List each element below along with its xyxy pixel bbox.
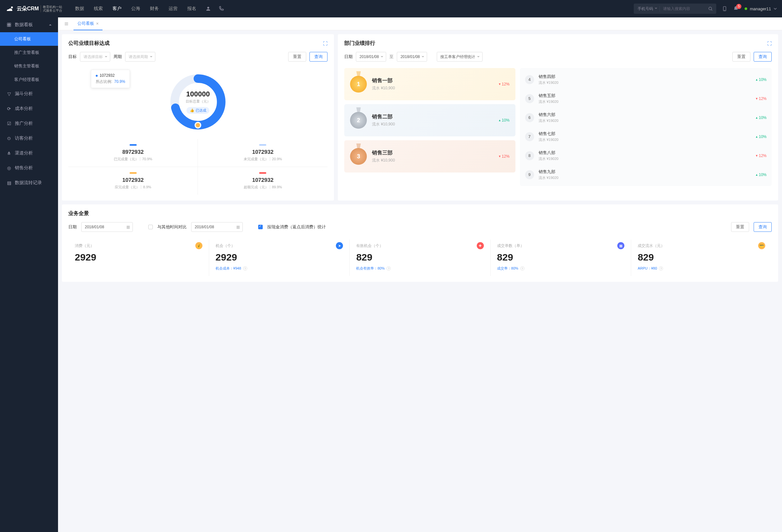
close-icon[interactable]: × bbox=[96, 21, 99, 26]
medal-icon: 1 bbox=[350, 76, 367, 93]
sidebar-item[interactable]: 销售主管看板 bbox=[0, 59, 58, 73]
cash-label: 按现金消费（返点后消费）统计 bbox=[267, 224, 326, 230]
metrics-grid: 8972932已完成量（元）70.9%1072932未完成量（元）20.9%10… bbox=[68, 139, 327, 195]
kpi-icon: ▦ bbox=[617, 242, 625, 249]
nav-item[interactable]: 财务 bbox=[150, 6, 159, 11]
nav-item[interactable]: 数据 bbox=[75, 6, 84, 11]
metric-item: 1072932应完成量（元）8.9% bbox=[68, 167, 198, 195]
rank-card: 2销售二部流水 ¥10,900▲ 10% bbox=[344, 104, 515, 136]
trend-indicator: ▲ 10% bbox=[498, 118, 510, 122]
achieved-badge: 👍 已达成 bbox=[187, 107, 210, 114]
metric-item: 8972932已完成量（元）70.9% bbox=[68, 139, 198, 167]
nav-item[interactable]: 公海 bbox=[131, 6, 140, 11]
sidebar-item[interactable]: ▤数据流转记录 bbox=[0, 175, 58, 190]
help-icon[interactable]: ? bbox=[659, 266, 663, 271]
query-button[interactable]: 查询 bbox=[310, 52, 327, 62]
period-select[interactable]: 请选择周期 bbox=[125, 52, 155, 62]
tab-company-dashboard[interactable]: 公司看板 × bbox=[73, 17, 103, 30]
collapse-sidebar-button[interactable] bbox=[61, 22, 72, 26]
kpi-icon: 💰 bbox=[196, 242, 203, 249]
svg-point-15 bbox=[196, 122, 201, 128]
svg-line-3 bbox=[711, 9, 712, 10]
menu-icon: ◎ bbox=[6, 166, 11, 171]
ranking-title: 部门业绩排行 bbox=[344, 40, 375, 47]
menu-icon: ▤ bbox=[6, 180, 11, 185]
rank-row: 9销售九部流水 ¥19020▲ 10% bbox=[520, 165, 772, 184]
trend-indicator: ▲ 10% bbox=[755, 173, 767, 177]
period-label: 周期 bbox=[113, 54, 122, 60]
reset-button[interactable]: 重置 bbox=[288, 52, 306, 62]
menu-icon: ⟳ bbox=[6, 106, 11, 111]
main-nav: 数据线索客户公海财务运营报名 bbox=[75, 6, 196, 11]
help-icon[interactable]: ? bbox=[243, 266, 247, 271]
notification-badge: 5 bbox=[736, 4, 741, 9]
expand-icon[interactable]: ⛶ bbox=[767, 41, 772, 46]
rank-row: 7销售七部流水 ¥19020▲ 10% bbox=[520, 127, 772, 146]
top-nav: 云朵CRM 教育机构一站 式服务云平台 数据线索客户公海财务运营报名 手机号码 … bbox=[0, 0, 782, 17]
search-input[interactable] bbox=[660, 6, 705, 11]
date-input-1[interactable]: 2018/01/08 bbox=[81, 222, 133, 232]
kpi-sub: 机会成本：¥948 ? bbox=[216, 266, 343, 271]
donut-value: 100000 bbox=[186, 90, 211, 98]
sidebar-item[interactable]: 公司看板 bbox=[0, 32, 58, 46]
cloud-logo-icon bbox=[5, 4, 15, 13]
user-icon[interactable] bbox=[205, 6, 211, 11]
nav-item[interactable]: 运营 bbox=[169, 6, 178, 11]
help-icon[interactable]: ? bbox=[387, 266, 391, 271]
trend-indicator: ▼ 12% bbox=[498, 82, 510, 86]
svg-rect-6 bbox=[7, 23, 9, 25]
logo-text: 云朵CRM bbox=[17, 5, 39, 12]
kpi-icon: ➤ bbox=[336, 242, 343, 249]
sidebar-item[interactable]: 客户经理看板 bbox=[0, 73, 58, 86]
search-box: 手机号码 bbox=[634, 4, 716, 14]
search-type-select[interactable]: 手机号码 bbox=[634, 6, 660, 11]
sidebar-item[interactable]: ☑推广分析 bbox=[0, 116, 58, 131]
query-button[interactable]: 查询 bbox=[754, 52, 772, 62]
search-button[interactable] bbox=[705, 6, 716, 11]
reset-button[interactable]: 重置 bbox=[732, 52, 750, 62]
username: manager11 bbox=[750, 6, 771, 11]
reset-button[interactable]: 重置 bbox=[731, 222, 749, 232]
phone-icon[interactable] bbox=[218, 6, 224, 11]
overview-title: 业务全景 bbox=[68, 210, 89, 217]
sidebar-group-dashboards[interactable]: 数据看板 bbox=[0, 17, 58, 32]
sidebar-item[interactable]: 推广主管看板 bbox=[0, 46, 58, 59]
cash-checkbox[interactable] bbox=[258, 225, 263, 229]
sidebar-item[interactable]: ▽漏斗分析 bbox=[0, 86, 58, 101]
compare-label: 与其他时间对比 bbox=[157, 224, 187, 230]
notification-icon[interactable]: 5 bbox=[733, 6, 739, 11]
compare-checkbox[interactable] bbox=[148, 225, 153, 229]
date-input-2[interactable]: 2018/01/08 bbox=[191, 222, 243, 232]
medal-icon: 2 bbox=[350, 112, 367, 129]
rank-number: 5 bbox=[525, 94, 534, 103]
expand-icon[interactable]: ⛶ bbox=[323, 41, 327, 46]
date-label: 日期 bbox=[68, 224, 77, 230]
sidebar-item[interactable]: ⟳成本分析 bbox=[0, 101, 58, 116]
kpi-item: 有效机会（个）✚829机会有效率：80% ? bbox=[350, 240, 491, 276]
help-icon[interactable]: ? bbox=[520, 266, 525, 271]
metric-item: 1072932超额完成（元）89.9% bbox=[198, 167, 327, 195]
kpi-sub: 成交率：80% ? bbox=[497, 266, 625, 271]
rank-row: 5销售五部流水 ¥19020▼ 12% bbox=[520, 89, 772, 108]
nav-item[interactable]: 线索 bbox=[94, 6, 103, 11]
nav-item[interactable]: 客户 bbox=[112, 6, 121, 11]
nav-item[interactable]: 报名 bbox=[187, 6, 196, 11]
user-menu[interactable]: manager11 bbox=[745, 6, 777, 11]
sidebar-item[interactable]: ⊙访客分析 bbox=[0, 131, 58, 146]
query-button[interactable]: 查询 bbox=[754, 222, 772, 232]
trend-indicator: ▼ 12% bbox=[755, 96, 767, 101]
target-select[interactable]: 请选择目标 bbox=[80, 52, 110, 62]
sidebar-item[interactable]: ⋔渠道分析 bbox=[0, 146, 58, 161]
sidebar-item[interactable]: ◎销售分析 bbox=[0, 161, 58, 175]
stat-by-select[interactable]: 按工单客户经理统计 bbox=[437, 52, 483, 62]
rank-number: 6 bbox=[525, 113, 534, 122]
mobile-icon[interactable] bbox=[722, 5, 727, 12]
rank-number: 4 bbox=[525, 75, 534, 84]
target-label: 目标 bbox=[68, 54, 77, 60]
svg-rect-8 bbox=[7, 25, 9, 27]
dashboard-icon bbox=[6, 22, 11, 27]
rank-number: 7 bbox=[525, 132, 534, 141]
date-to-input[interactable]: 2018/01/08 bbox=[397, 52, 427, 62]
date-from-input[interactable]: 2018/01/08 bbox=[356, 52, 386, 62]
rank-row: 6销售六部流水 ¥19020▲ 10% bbox=[520, 108, 772, 127]
